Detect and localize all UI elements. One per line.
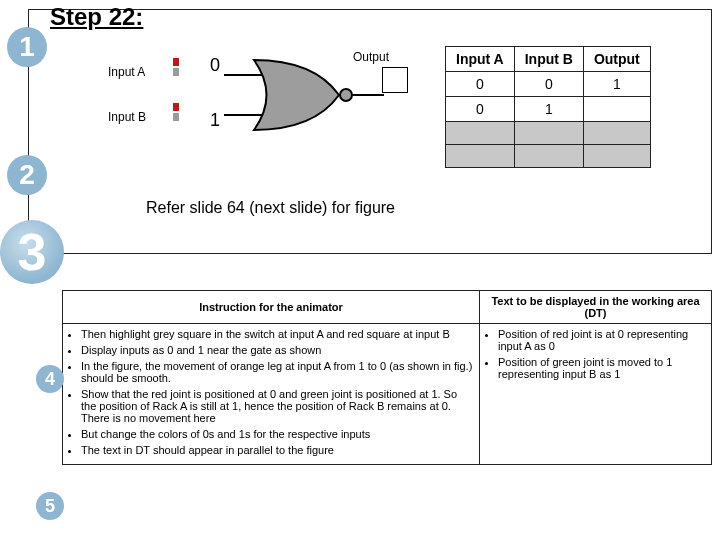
tt-cell [583,97,650,122]
tt-cell: 1 [583,72,650,97]
table-row: 0 0 1 [446,72,651,97]
step-badge-2: 2 [7,155,47,195]
table-row: Instruction for the animator Text to be … [63,291,712,324]
table-row: Input A Input B Output [446,47,651,72]
output-label: Output [353,50,389,64]
step-badge-3: 3 [0,220,64,284]
table-row [446,122,651,145]
instr-header-left: Instruction for the animator [63,291,480,324]
refer-text: Refer slide 64 (next slide) for figure [146,198,406,217]
nor-gate [224,55,394,135]
tt-cell: 1 [514,97,583,122]
instruction-table: Instruction for the animator Text to be … [62,290,712,465]
instr-item: The text in DT should appear in parallel… [81,444,473,456]
instr-item: Display inputs as 0 and 1 near the gate … [81,344,473,356]
switch-input-b [166,103,186,123]
svg-point-2 [340,89,352,101]
tt-h-a: Input A [446,47,515,72]
instr-item: But change the colors of 0s and 1s for t… [81,428,473,440]
step-badge-1: 1 [7,27,47,67]
input-b-label: Input B [108,110,146,124]
truth-table: Input A Input B Output 0 0 1 0 1 [445,46,651,168]
instr-item: Show that the red joint is positioned at… [81,388,473,424]
switch-input-a [166,58,186,78]
step-badge-4: 4 [36,365,64,393]
output-box [382,67,408,93]
table-row: 0 1 [446,97,651,122]
instr-item: In the figure, the movement of orange le… [81,360,473,384]
tt-h-b: Input B [514,47,583,72]
instr-cell-right: Position of red joint is at 0 representi… [480,324,712,465]
tt-cell: 0 [446,97,515,122]
tt-h-out: Output [583,47,650,72]
switch-b-grey [173,113,179,121]
dt-item: Position of green joint is moved to 1 re… [498,356,705,380]
tt-cell: 0 [446,72,515,97]
instr-item: Then highlight grey square in the switch… [81,328,473,340]
instr-header-right: Text to be displayed in the working area… [480,291,712,324]
switch-b-red [173,103,179,111]
nor-gate-svg [224,55,394,135]
gate-input-a-value: 0 [210,55,220,76]
input-a-label: Input A [108,65,145,79]
switch-a-grey [173,68,179,76]
table-row [446,145,651,168]
step-title: Step 22: [50,3,143,31]
instr-cell-left: Then highlight grey square in the switch… [63,324,480,465]
dt-item: Position of red joint is at 0 representi… [498,328,705,352]
table-row: Then highlight grey square in the switch… [63,324,712,465]
switch-a-red [173,58,179,66]
step-badge-5: 5 [36,492,64,520]
gate-input-b-value: 1 [210,110,220,131]
tt-cell: 0 [514,72,583,97]
